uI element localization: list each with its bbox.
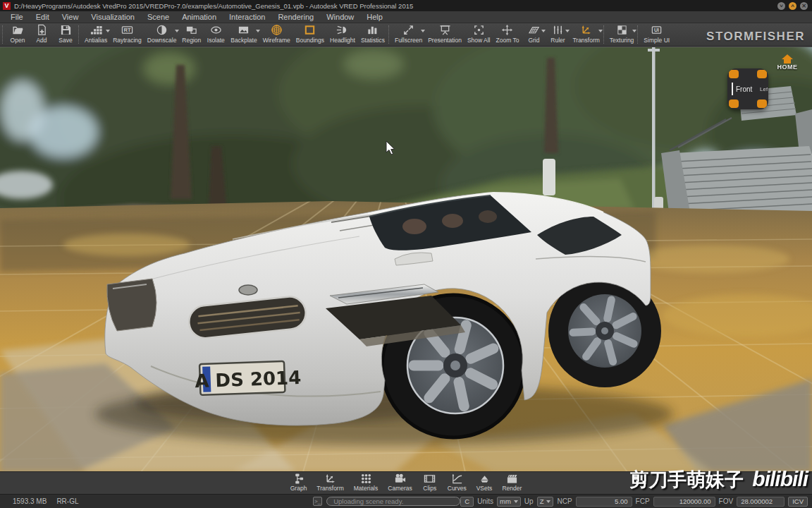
menu-edit[interactable]: Edit <box>30 11 56 23</box>
navcube-front-face[interactable]: Front <box>732 80 758 97</box>
ncp-label: NCP <box>557 497 572 505</box>
maximize-button[interactable]: ˄ <box>789 2 796 10</box>
console-icon[interactable]: >_ <box>313 497 322 506</box>
show-all-button[interactable]: Show All <box>465 23 493 46</box>
menu-view[interactable]: View <box>56 11 85 23</box>
cameras-button[interactable]: Cameras <box>384 472 415 494</box>
wireframe-button[interactable]: Wireframe <box>260 23 293 46</box>
vsets-button[interactable]: VSets <box>473 472 496 494</box>
isolate-icon <box>210 24 222 36</box>
simple-ui-button[interactable]: UI Simple UI <box>641 23 672 46</box>
presentation-icon <box>439 24 451 36</box>
renderer-mode: RR-GL <box>56 497 78 505</box>
downscale-icon <box>156 24 168 36</box>
navcube-corner[interactable] <box>757 99 767 108</box>
title-bar: V D:/HeavyPrograms/Autodesk VredPro 2015… <box>0 0 812 11</box>
clips-icon <box>424 473 436 485</box>
toolbar-separator <box>603 25 606 44</box>
icv-button[interactable]: ICV <box>788 497 808 507</box>
navcube-corner[interactable] <box>729 99 739 108</box>
svg-text:A DS 2014: A DS 2014 <box>195 367 302 392</box>
navcube-corner[interactable] <box>729 70 739 78</box>
fullscreen-button[interactable]: Fullscreen <box>392 23 425 46</box>
transform-icon <box>580 24 592 36</box>
headlight-button[interactable]: Headlight <box>327 23 358 46</box>
transform-module-button[interactable]: Transform <box>313 472 347 494</box>
ncp-field[interactable]: 5.00 <box>576 497 632 507</box>
backplate-icon <box>238 24 250 36</box>
ruler-button[interactable]: Ruler <box>546 23 570 46</box>
menu-visualization[interactable]: Visualization <box>85 11 141 23</box>
minimize-button[interactable]: ˅ <box>777 2 785 10</box>
add-file-icon <box>36 24 48 36</box>
statistics-button[interactable]: Statistics <box>358 23 388 46</box>
grid-button[interactable]: Grid <box>522 23 546 46</box>
presentation-button[interactable]: Presentation <box>425 23 465 46</box>
clips-button[interactable]: Clips <box>419 472 441 494</box>
memory-usage: 1593.3 MB <box>13 497 47 505</box>
folder-open-icon <box>12 24 24 36</box>
isolate-button[interactable]: Isolate <box>204 23 228 46</box>
zoom-to-button[interactable]: Zoom To <box>493 23 522 46</box>
menu-window[interactable]: Window <box>320 11 360 23</box>
boundings-icon <box>304 24 316 36</box>
main-toolbar: Open Add Save Antialias RT Raytracing Do… <box>0 23 812 47</box>
transform-button[interactable]: Transform <box>570 23 602 46</box>
grid-icon <box>528 24 540 36</box>
antialias-button[interactable]: Antialias <box>82 23 110 46</box>
chevron-down-icon[interactable] <box>632 30 636 32</box>
region-button[interactable]: Region <box>179 23 204 46</box>
menu-scene[interactable]: Scene <box>141 11 176 23</box>
add-button[interactable]: Add <box>30 23 54 46</box>
downscale-button[interactable]: Downscale <box>144 23 180 46</box>
render-viewport[interactable]: A DS 2014 Front Left <box>0 47 812 471</box>
ruler-icon <box>552 24 564 36</box>
vred-window: V D:/HeavyPrograms/Autodesk VredPro 2015… <box>0 0 812 508</box>
menu-rendering[interactable]: Rendering <box>271 11 320 23</box>
backplate-button[interactable]: Backplate <box>228 23 259 46</box>
fcp-label: FCP <box>636 497 650 505</box>
texturing-icon <box>616 24 628 36</box>
texturing-button[interactable]: Texturing <box>607 23 637 46</box>
navcube-body[interactable]: Front Left <box>727 68 768 109</box>
boundings-button[interactable]: Boundings <box>293 23 327 46</box>
fullscreen-icon <box>402 24 414 36</box>
chevron-down-icon[interactable] <box>598 30 603 32</box>
simple-ui-icon: UI <box>651 24 663 36</box>
raytracing-button[interactable]: RT Raytracing <box>110 23 144 46</box>
units-select[interactable]: mm <box>497 497 521 507</box>
render-button[interactable]: Render <box>498 472 525 494</box>
open-button[interactable]: Open <box>6 23 30 46</box>
transform-icon <box>324 473 336 485</box>
cameras-icon <box>394 473 406 485</box>
menu-interaction[interactable]: Interaction <box>223 11 271 23</box>
toolbar-separator <box>637 25 640 44</box>
navcube-corner[interactable] <box>757 70 767 78</box>
region-icon <box>185 24 197 36</box>
menu-animation[interactable]: Animation <box>176 11 223 23</box>
toolbar-separator <box>2 25 5 44</box>
antialias-icon <box>90 24 102 36</box>
status-bar: 1593.3 MB RR-GL >_ Uploading scene ready… <box>0 494 812 508</box>
home-icon <box>782 54 793 64</box>
save-icon <box>60 24 72 36</box>
up-axis-select[interactable]: Z <box>537 497 554 507</box>
menu-file[interactable]: File <box>4 11 30 23</box>
module-dock: Graph Transform Materials Cameras Clips … <box>0 471 812 494</box>
navcube-left-face[interactable]: Left <box>758 81 768 97</box>
navigation-cube[interactable]: Front Left <box>727 66 770 112</box>
raytracing-icon: RT <box>121 24 133 36</box>
save-button[interactable]: Save <box>54 23 78 46</box>
materials-button[interactable]: Materials <box>350 472 381 494</box>
home-view-button[interactable]: HOME <box>771 54 804 71</box>
menu-bar: File Edit View Visualization Scene Anima… <box>0 11 812 23</box>
curves-button[interactable]: Curves <box>444 472 470 494</box>
fov-field[interactable]: 28.000002 <box>737 497 785 507</box>
fcp-field[interactable]: 120000.00 <box>653 497 715 507</box>
graph-button[interactable]: Graph <box>287 472 311 494</box>
show-all-icon <box>473 24 485 36</box>
graph-icon <box>293 473 304 485</box>
menu-help[interactable]: Help <box>360 11 389 23</box>
camera-c-button[interactable]: C <box>460 497 474 507</box>
close-button[interactable]: ✕ <box>800 2 808 10</box>
